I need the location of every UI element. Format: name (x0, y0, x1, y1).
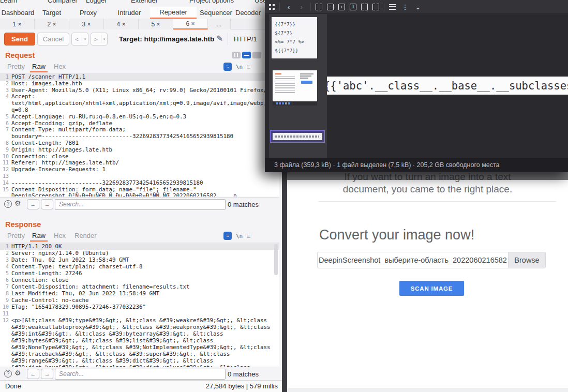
response-line: &#39;NoneType&#39;&gt;, &lt;class &#39;N… (0, 344, 279, 351)
repeater-tab[interactable]: 5 × (139, 19, 173, 29)
viewer-toolbar: ‹ › − + 1 ⋮ ⌄ (265, 0, 568, 14)
response-match-count: 0 matches (228, 370, 259, 378)
repeater-tab[interactable]: 3 × (69, 19, 104, 29)
rows-layout-icon[interactable] (242, 52, 251, 58)
page-bottom-strip (287, 388, 568, 392)
file-input-control[interactable]: DeepinScreenshot_выберите-область_202206… (317, 252, 546, 268)
back-icon[interactable]: ‹ (285, 3, 293, 11)
show-newlines-icon[interactable]: \n (236, 233, 243, 239)
search-next-icon[interactable]: → (41, 369, 53, 379)
send-button[interactable]: Send (4, 33, 35, 46)
help-icon[interactable]: ? (4, 370, 12, 378)
response-search-input[interactable]: Search... (55, 369, 226, 380)
tab-pretty[interactable]: Pretty (5, 231, 27, 240)
burp-main-tab[interactable]: Dashboard (0, 7, 36, 19)
response-editor-tabs: Pretty Raw Hex Render ≈ \n ≡ (0, 231, 282, 242)
text-file-thumbnail[interactable]: {{7*7}} ${7*7} <%= 7*7 %> ${{7*7}} (272, 17, 317, 58)
fit-width-icon[interactable] (361, 4, 368, 10)
scan-image-button[interactable]: SCAN IMAGE (399, 281, 464, 296)
request-section-title: Request (5, 51, 35, 59)
gear-icon[interactable]: ⚙ (14, 199, 21, 207)
repeater-tab[interactable]: ... (208, 19, 231, 29)
response-line: 11 (0, 310, 279, 317)
search-next-icon[interactable]: → (41, 199, 53, 209)
burp-menu-tab[interactable]: Project options (189, 0, 234, 4)
burp-main-tab[interactable]: Target (36, 7, 68, 19)
cancel-button[interactable]: Cancel (37, 33, 69, 46)
list-icon[interactable] (389, 4, 396, 10)
browse-button[interactable]: Browse (508, 252, 545, 268)
repeater-tab[interactable]: 6 × (173, 19, 208, 29)
viewer-status-bar: 3 файла (359,3 kB) · 1 файл выделен (7,5… (265, 158, 568, 172)
repeater-tab[interactable]: 1 × (0, 19, 35, 29)
http-version-selector[interactable]: HTTP/1 (234, 35, 257, 43)
editor-menu-icon[interactable]: ≡ (247, 232, 251, 240)
show-newlines-icon[interactable]: \n (236, 64, 243, 70)
request-search-input[interactable]: Search... (55, 199, 226, 210)
highlight-toggle-icon[interactable]: ≈ (223, 63, 232, 71)
prev-request-button[interactable]: < ▾ (71, 33, 88, 46)
target-url-label: Target: http://images.late.htb (119, 35, 214, 43)
next-request-button[interactable]: > ▾ (91, 33, 108, 46)
burp-menu-tab[interactable]: Logger (86, 0, 107, 4)
tab-render[interactable]: Render (72, 231, 99, 240)
request-line: DeepinScreenshot_Ð²Ñ‹Ð±ÐµÑ€Ð¸Ñ‚Ðµ-Ð¾Ð±Ð»… (0, 193, 279, 197)
page-tagline-line2: document, you came to the right place. (287, 184, 568, 195)
tab-hex[interactable]: Hex (52, 62, 68, 71)
tab-raw[interactable]: Raw (30, 231, 48, 242)
chevron-down-icon[interactable]: ⌄ (414, 3, 422, 11)
gear-icon[interactable]: ⚙ (14, 369, 21, 377)
response-line: 2Server: nginx/1.14.0 (Ubuntu) (0, 250, 279, 257)
edit-target-icon[interactable]: ✎ (216, 34, 223, 43)
burp-main-tab[interactable]: Decoder (235, 7, 261, 19)
response-line: &#39;bytes&#39;&gt;, &lt;class &#39;list… (0, 337, 279, 344)
fit-original-icon[interactable] (372, 4, 379, 10)
request-editor[interactable]: 1POST /scanner HTTP/1.1 2Host: images.la… (0, 73, 279, 197)
tab-hex[interactable]: Hex (52, 231, 68, 240)
burp-main-tab[interactable]: Sequencer (197, 7, 235, 19)
columns-layout-icon[interactable] (232, 52, 241, 58)
search-prev-icon[interactable]: ← (27, 199, 39, 209)
image-viewer-window: ‹ › − + 1 ⋮ ⌄ {{7*7}} ${7*7} <%= 7*7 %> … (265, 0, 568, 172)
help-icon[interactable]: ? (4, 200, 12, 208)
viewer-main-image[interactable]: {{'abc'.__class__.__base__.__subclasses_… (327, 77, 568, 95)
burp-main-tab[interactable]: Proxy (68, 7, 109, 19)
request-line: 5Accept-Language: ru-RU,ru;q=0.8,en-US;q… (0, 114, 279, 120)
zoom-100-icon[interactable]: 1 (350, 4, 356, 10)
tab-pretty[interactable]: Pretty (5, 62, 27, 71)
response-scrollbar[interactable] (274, 244, 278, 275)
highlight-toggle-icon[interactable]: ≈ (223, 232, 232, 240)
repeater-tab[interactable]: 4 × (104, 19, 139, 29)
forward-icon[interactable]: › (297, 3, 306, 11)
response-editor[interactable]: 1HTTP/1.1 200 OK 2Server: nginx/1.14.0 (… (0, 243, 279, 367)
chevron-down-icon[interactable]: ▾ (101, 37, 107, 41)
layout-toggle-group (232, 52, 261, 58)
zoom-in-icon[interactable]: + (338, 4, 345, 10)
burp-menu-tab[interactable]: Extender (131, 0, 158, 4)
response-line: 6Connection: close (0, 277, 279, 283)
response-line: &#39;weakcallableproxy&#39;&gt;, &lt;cla… (0, 324, 279, 330)
burp-menu-tab[interactable]: Learn (0, 0, 17, 4)
editor-menu-icon[interactable]: ≡ (247, 63, 251, 71)
more-icon[interactable]: ⋮ (401, 3, 409, 11)
file-input-value[interactable]: DeepinScreenshot_выберите-область_202206… (318, 252, 508, 268)
burp-menu-tab[interactable]: Comparer (48, 0, 78, 4)
grid-icon[interactable] (269, 4, 275, 10)
request-line: 2Host: images.late.htb (0, 81, 279, 87)
single-layout-icon[interactable] (252, 52, 261, 58)
response-section-title: Response (5, 220, 41, 229)
repeater-tab[interactable]: 2 × (35, 19, 69, 29)
fit-window-icon[interactable] (316, 4, 322, 10)
zoom-out-icon[interactable]: − (327, 4, 334, 10)
search-prev-icon[interactable]: ← (27, 369, 39, 379)
request-match-count: 0 matches (228, 201, 259, 208)
chevron-down-icon[interactable]: ▾ (82, 37, 88, 41)
tab-raw[interactable]: Raw (30, 62, 48, 72)
selected-file-thumbnail[interactable] (270, 130, 325, 143)
payload-text: {{'abc'.__class__.__base__.__subclasses_… (327, 80, 568, 92)
thumbnail-panel: {{7*7}} ${7*7} <%= 7*7 %> ${{7*7}} (269, 14, 327, 158)
burp-main-tab[interactable]: Repeater (150, 7, 197, 19)
burp-main-tab[interactable]: Intruder (109, 7, 150, 19)
window-shadow (287, 172, 568, 180)
image-thumbnail[interactable] (273, 70, 317, 105)
